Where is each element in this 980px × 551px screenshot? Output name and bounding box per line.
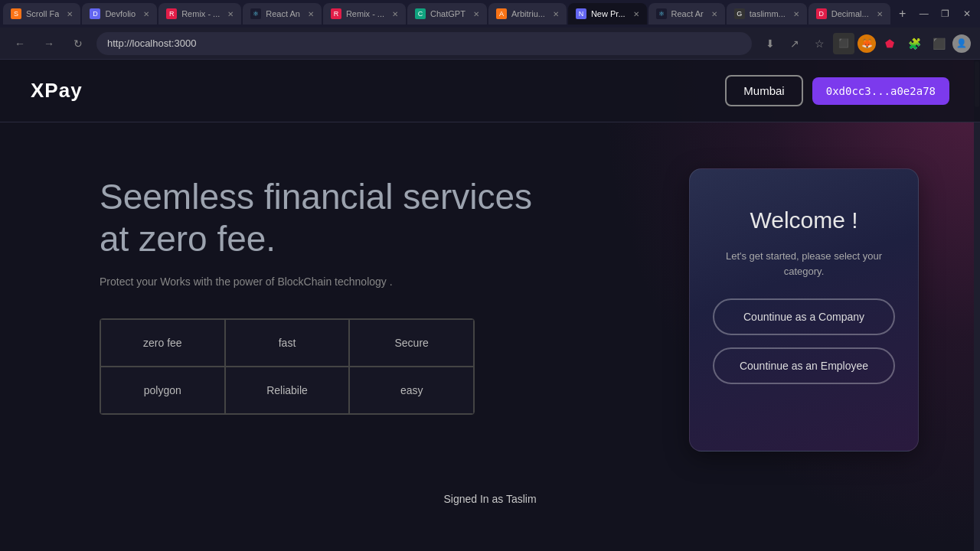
tab-9[interactable]: ⚛ React Ar ✕ <box>648 3 725 24</box>
feature-label-5: Reliabile <box>266 384 308 396</box>
feature-cell-5: Reliabile <box>225 367 350 414</box>
hero-title: Seemless financial services at zero fee. <box>100 176 643 260</box>
hero-subtitle: Protect your Works with the power of Blo… <box>100 276 643 288</box>
continue-employee-button[interactable]: Countinue as an Employee <box>713 347 895 384</box>
download-icon[interactable]: ⬇ <box>760 33 781 54</box>
feature-label-6: easy <box>400 384 423 396</box>
tab-11[interactable]: D Decimal... ✕ <box>808 3 890 24</box>
continue-company-button[interactable]: Countinue as a Company <box>713 298 895 335</box>
tab-bar: S Scroll Fa ✕ D Devfolio ✕ R Remix - ...… <box>0 0 980 28</box>
tab-close-4[interactable]: ✕ <box>308 10 314 18</box>
bookmark-icon[interactable]: ☆ <box>808 33 830 54</box>
feature-cell-2: fast <box>225 319 350 367</box>
tab-close-9[interactable]: ✕ <box>711 10 717 18</box>
tab-label-10: taslimm... <box>750 9 786 18</box>
tab-2[interactable]: D Devfolio ✕ <box>82 3 157 24</box>
tab-close-11[interactable]: ✕ <box>877 10 883 18</box>
tab-close-1[interactable]: ✕ <box>67 10 73 18</box>
tab-close-3[interactable]: ✕ <box>227 10 234 18</box>
browser-actions: ⬇ ↗ ☆ ⬛ 🦊 ⬟ 🧩 ⬛ 👤 <box>760 33 971 54</box>
logo: XPay <box>31 79 83 103</box>
welcome-card: Welcome ! Let's get started, please sele… <box>689 168 919 452</box>
welcome-title: Welcome ! <box>750 207 858 233</box>
tab-favicon-4: ⚛ <box>250 8 261 19</box>
left-section: Seemless financial services at zero fee.… <box>100 168 643 415</box>
tab-close-7[interactable]: ✕ <box>553 10 559 18</box>
tab-favicon-7: A <box>496 8 507 19</box>
tab-5[interactable]: R Remix - ... ✕ <box>323 3 406 24</box>
tab-close-5[interactable]: ✕ <box>392 10 398 18</box>
tab-label-7: Arbitriu... <box>511 9 545 18</box>
tab-close-10[interactable]: ✕ <box>793 10 799 18</box>
welcome-subtitle: Let's get started, please select your ca… <box>713 249 895 279</box>
tab-3[interactable]: R Remix - ... ✕ <box>158 3 241 24</box>
tab-6[interactable]: C ChatGPT ✕ <box>407 3 487 24</box>
tab-favicon-2: D <box>90 8 100 19</box>
close-window-button[interactable]: ✕ <box>959 6 975 21</box>
tab-close-2[interactable]: ✕ <box>143 10 149 18</box>
tab-favicon-8: N <box>576 8 586 19</box>
feature-grid: zero fee fast Secure polygon Reliabile e… <box>100 318 475 415</box>
account-icon[interactable]: 👤 <box>952 34 971 53</box>
feature-cell-1: zero fee <box>100 319 225 367</box>
tab-label-3: Remix - ... <box>181 9 220 18</box>
tab-favicon-5: R <box>331 8 341 19</box>
tab-close-8[interactable]: ✕ <box>633 10 639 18</box>
extensions-icon[interactable]: ⬛ <box>833 33 854 54</box>
hero-title-line2: at zero fee. <box>100 219 276 259</box>
tab-1[interactable]: S Scroll Fa ✕ <box>3 3 80 24</box>
tab-label-8: New Pr... <box>591 9 626 18</box>
tab-favicon-6: C <box>415 8 426 19</box>
share-icon[interactable]: ↗ <box>784 33 805 54</box>
url-text: http://localhost:3000 <box>107 37 196 49</box>
feature-cell-4: polygon <box>100 367 225 414</box>
hero-title-line1: Seemless financial services <box>100 177 532 217</box>
back-button[interactable]: ← <box>9 33 31 54</box>
restore-button[interactable]: ❐ <box>938 6 953 21</box>
tab-label-4: React An <box>266 9 300 18</box>
feature-label-2: fast <box>279 337 296 349</box>
tab-7[interactable]: A Arbitriu... ✕ <box>488 3 567 24</box>
tab-label-11: Decimal... <box>831 9 869 18</box>
tab-favicon-1: S <box>11 8 21 19</box>
feature-cell-6: easy <box>349 367 474 414</box>
feature-cell-3: Secure <box>349 319 474 367</box>
profile-icon[interactable]: 🦊 <box>858 34 876 53</box>
tab-favicon-10: G <box>734 8 745 19</box>
tab-4[interactable]: ⚛ React An ✕ <box>243 3 322 24</box>
tab-8[interactable]: N New Pr... ✕ <box>568 3 647 24</box>
puzzle-icon[interactable]: 🧩 <box>903 33 925 54</box>
tab-favicon-9: ⚛ <box>656 8 667 19</box>
browser-chrome: S Scroll Fa ✕ D Devfolio ✕ R Remix - ...… <box>0 0 980 60</box>
tab-controls: — ❐ ✕ <box>916 6 980 21</box>
right-section: Welcome ! Let's get started, please sele… <box>689 168 919 452</box>
main-content: Seemless financial services at zero fee.… <box>0 122 980 482</box>
header-actions: Mumbai 0xd0cc3...a0e2a78 <box>725 75 949 106</box>
page-header: XPay Mumbai 0xd0cc3...a0e2a78 <box>0 60 980 122</box>
forward-button[interactable]: → <box>38 33 60 54</box>
feature-label-1: zero fee <box>143 337 182 349</box>
url-input[interactable]: http://localhost:3000 <box>96 32 752 55</box>
tab-10[interactable]: G taslimm... ✕ <box>727 3 807 24</box>
tab-label-6: ChatGPT <box>430 9 466 18</box>
feature-label-4: polygon <box>144 384 181 396</box>
tab-favicon-3: R <box>166 8 177 19</box>
extension-icon-2[interactable]: ⬟ <box>879 33 900 54</box>
tab-label-9: React Ar <box>671 9 704 18</box>
tab-label-1: Scroll Fa <box>26 9 59 18</box>
minimize-button[interactable]: — <box>916 6 932 21</box>
signed-in-text: Signed In as Taslim <box>443 493 536 505</box>
refresh-button[interactable]: ↻ <box>67 33 89 54</box>
sidebar-icon[interactable]: ⬛ <box>928 33 949 54</box>
network-button[interactable]: Mumbai <box>725 75 802 106</box>
tab-label-2: Devfolio <box>105 9 136 18</box>
tab-favicon-11: D <box>816 8 827 19</box>
feature-label-3: Secure <box>394 337 428 349</box>
wallet-address-button[interactable]: 0xd0cc3...a0e2a78 <box>812 77 949 105</box>
tab-label-5: Remix - ... <box>346 9 384 18</box>
tab-close-6[interactable]: ✕ <box>473 10 479 18</box>
address-bar: ← → ↻ http://localhost:3000 ⬇ ↗ ☆ ⬛ 🦊 ⬟ … <box>0 28 980 60</box>
new-tab-button[interactable]: + <box>892 3 913 24</box>
